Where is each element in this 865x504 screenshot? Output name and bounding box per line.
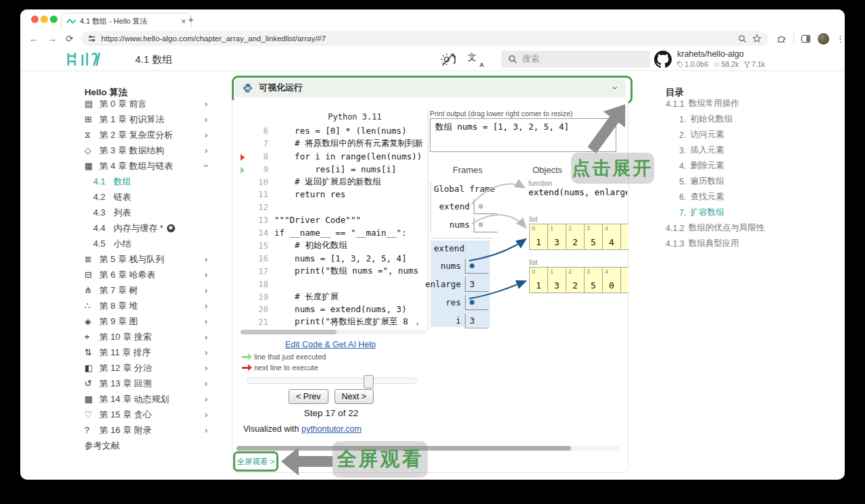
annotation-highlight-box: 全屏观看 > bbox=[233, 451, 278, 472]
sidebar-item-ch6[interactable]: ⊟第 6 章 哈希表› bbox=[84, 267, 207, 282]
stack-icon: ≣ bbox=[84, 254, 99, 264]
sidebar-item-ch9[interactable]: ◈第 9 章 图› bbox=[84, 313, 207, 329]
toc-item-4-1-1[interactable]: 4.1.1数组常用操作 bbox=[666, 96, 828, 111]
code-horizontal-scrollbar[interactable] bbox=[241, 330, 426, 334]
sidebar-item-ch5[interactable]: ≣第 5 章 栈与队列› bbox=[84, 251, 207, 267]
legend: line that just executed next line to exe… bbox=[242, 351, 326, 373]
annotation-arrow-up-icon bbox=[588, 97, 628, 158]
annotation-fullscreen-badge: 全屏观看 bbox=[332, 441, 428, 478]
maximize-window-button[interactable] bbox=[50, 16, 57, 23]
minimize-window-button[interactable] bbox=[41, 16, 48, 23]
reload-icon[interactable]: ⟳ bbox=[66, 33, 74, 44]
translate-icon[interactable]: 文 A bbox=[468, 51, 484, 68]
edit-code-link[interactable]: Edit Code & Get AI Help bbox=[285, 340, 376, 349]
hourglass-icon: ⧖ bbox=[84, 130, 99, 141]
sidebar-item-references[interactable]: 参考文献 bbox=[84, 438, 207, 453]
toolbar-right-cluster: ⋮ bbox=[776, 33, 845, 45]
github-icon bbox=[654, 51, 672, 68]
url-text[interactable]: https://www.hello-algo.com/chapter_array… bbox=[101, 34, 733, 43]
dp-icon: ▩ bbox=[84, 394, 99, 404]
sidebar-item-ch2[interactable]: ⧖第 2 章 复杂度分析› bbox=[84, 127, 207, 143]
step-counter: Step 17 of 22 bbox=[277, 408, 385, 418]
sidebar-item-ch15[interactable]: ♡第 15 章 贪心› bbox=[84, 407, 207, 422]
step-slider-track[interactable] bbox=[247, 378, 417, 384]
just-executed-arrow-icon bbox=[242, 356, 248, 358]
zoom-icon[interactable] bbox=[738, 34, 747, 43]
site-settings-icon[interactable] bbox=[88, 34, 96, 43]
question-icon: ? bbox=[84, 425, 99, 435]
toc-item-4-1-3[interactable]: 4.1.3数组典型应用 bbox=[666, 236, 828, 251]
language-label: Python 3.11 bbox=[291, 112, 419, 122]
array-icon: ▦ bbox=[84, 161, 99, 171]
sidebar-item-ch4[interactable]: ▦第 4 章 数组与链表› bbox=[84, 158, 207, 174]
python-icon bbox=[243, 83, 253, 93]
step-slider-thumb[interactable] bbox=[364, 375, 374, 388]
sidebar-item-4-5[interactable]: 4.5小结 bbox=[84, 236, 207, 251]
next-line-arrow-icon bbox=[242, 367, 248, 369]
sidebar-item-ch13[interactable]: ↺第 13 章 回溯› bbox=[84, 376, 207, 391]
scrollbar-thumb[interactable] bbox=[241, 330, 337, 334]
tab-bar: 4.1 数组 - Hello 算法 × + bbox=[20, 9, 845, 28]
extensions-icon[interactable] bbox=[776, 34, 787, 44]
sidebar-item-ch12[interactable]: ◧第 12 章 分治› bbox=[84, 360, 207, 376]
side-panel-icon[interactable] bbox=[801, 34, 811, 44]
sidebar-item-4-2[interactable]: 4.2链表 bbox=[84, 189, 207, 205]
sidebar-item-4-4[interactable]: 4.4内存与缓存 *✱ bbox=[84, 220, 207, 236]
annotation-expand-badge: 点击展开 bbox=[571, 153, 654, 184]
toc-item-4[interactable]: 4.删除元素 bbox=[666, 158, 828, 174]
github-repo-link[interactable]: krahets/hello-algo 1.0.0b6 ☆58.2k 7.1k bbox=[654, 50, 765, 68]
chevron-right-icon: › bbox=[205, 301, 207, 311]
sidebar-item-ch1[interactable]: ⊞第 1 章 初识算法› bbox=[84, 111, 207, 127]
pythontutor-link[interactable]: pythontutor.com bbox=[301, 424, 362, 434]
close-window-button[interactable] bbox=[31, 16, 39, 23]
intro-icon: ⊞ bbox=[84, 114, 99, 124]
sidebar-item-ch3[interactable]: ◇第 3 章 数据结构› bbox=[84, 143, 207, 158]
sidebar-item-ch10[interactable]: ⌖第 10 章 搜索› bbox=[84, 329, 207, 345]
book-icon: ▤ bbox=[84, 99, 99, 109]
tree-icon: ⋔ bbox=[84, 285, 99, 295]
favicon-icon bbox=[67, 17, 76, 26]
toc-item-7[interactable]: 7.扩容数组 bbox=[666, 205, 828, 220]
menu-dots-icon[interactable]: ⋮ bbox=[836, 34, 845, 44]
toc-item-2[interactable]: 2.访问元素 bbox=[666, 127, 828, 143]
theme-toggle-icon[interactable] bbox=[441, 52, 455, 67]
chevron-down-icon[interactable]: › bbox=[611, 86, 622, 90]
back-icon[interactable]: ← bbox=[29, 33, 39, 44]
bookmark-star-icon[interactable] bbox=[752, 34, 762, 43]
repo-name: krahets/hello-algo bbox=[677, 50, 765, 59]
toolbar-divider bbox=[793, 33, 794, 44]
page-title: 4.1 数组 bbox=[135, 53, 172, 66]
search-chapter-icon: ⌖ bbox=[84, 332, 99, 343]
fullscreen-link[interactable]: 全屏观看 > bbox=[237, 457, 275, 467]
visual-run-summary[interactable]: 可视化运行 › bbox=[234, 78, 626, 97]
sidebar-item-ch16[interactable]: ?第 16 章 附录› bbox=[84, 422, 207, 438]
toc-item-1[interactable]: 1.初始化数组 bbox=[666, 111, 828, 127]
next-button[interactable]: Next > bbox=[335, 389, 374, 404]
profile-avatar[interactable] bbox=[818, 33, 829, 45]
tab-close-icon[interactable]: × bbox=[181, 17, 186, 26]
sidebar-item-ch11[interactable]: ⇅第 11 章 排序› bbox=[84, 345, 207, 360]
new-tab-button[interactable]: + bbox=[188, 14, 194, 25]
sidebar-item-4-3[interactable]: 4.3列表 bbox=[84, 205, 207, 220]
chevron-right-icon: › bbox=[205, 347, 207, 357]
sidebar-nav: ▤第 0 章 前言› ⊞第 1 章 初识算法› ⧖第 2 章 复杂度分析› ◇第… bbox=[84, 96, 207, 453]
sidebar-item-4-1[interactable]: 4.1数组 bbox=[84, 174, 207, 189]
sidebar-item-ch0[interactable]: ▤第 0 章 前言› bbox=[84, 96, 207, 111]
annotation-arrow-left-icon bbox=[280, 446, 334, 477]
address-bar[interactable]: https://www.hello-algo.com/chapter_array… bbox=[81, 31, 768, 46]
toc-item-3[interactable]: 3.插入元素 bbox=[666, 143, 828, 158]
toc-item-6[interactable]: 6.查找元素 bbox=[666, 189, 828, 205]
sidebar-item-ch7[interactable]: ⋔第 7 章 树› bbox=[84, 282, 207, 298]
hash-icon: ⊟ bbox=[84, 270, 99, 280]
forward-icon[interactable]: → bbox=[47, 33, 57, 44]
prev-button[interactable]: < Prev bbox=[289, 389, 328, 404]
hello-algo-logo[interactable] bbox=[66, 51, 103, 68]
browser-tab[interactable]: 4.1 数组 - Hello 算法 × bbox=[61, 13, 192, 29]
toc-item-5[interactable]: 5.遍历数组 bbox=[666, 174, 828, 189]
chevron-right-icon: › bbox=[205, 270, 207, 280]
toc-item-4-1-2[interactable]: 4.1.2数组的优点与局限性 bbox=[666, 220, 828, 236]
search-input[interactable]: 搜索 bbox=[501, 51, 650, 68]
chevron-right-icon: › bbox=[205, 363, 207, 373]
sidebar-item-ch8[interactable]: ∴第 8 章 堆› bbox=[84, 298, 207, 313]
sidebar-item-ch14[interactable]: ▩第 14 章 动态规划› bbox=[84, 391, 207, 407]
